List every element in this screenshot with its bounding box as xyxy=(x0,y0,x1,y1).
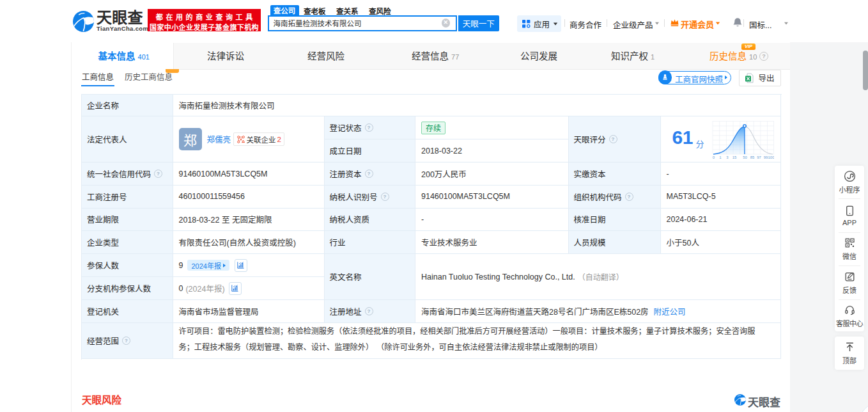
svg-text:100: 100 xyxy=(768,155,774,159)
svg-text:97: 97 xyxy=(757,155,761,159)
svg-text:3: 3 xyxy=(726,155,729,159)
svg-text:85: 85 xyxy=(750,155,754,159)
svg-text:1: 1 xyxy=(719,155,722,159)
svg-text:0: 0 xyxy=(712,155,715,159)
svg-text:15: 15 xyxy=(732,155,736,159)
svg-text:50: 50 xyxy=(743,155,747,159)
